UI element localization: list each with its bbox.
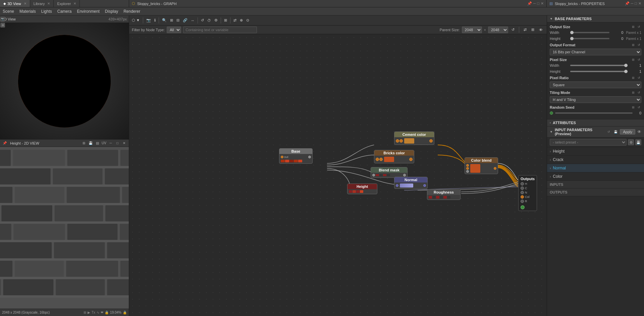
tab-explorer-close[interactable]: ✕ — [73, 2, 76, 5]
node-height[interactable]: Height — [347, 183, 377, 194]
output-format-icon1[interactable]: ⊞ — [631, 43, 636, 47]
node-bricks-color[interactable]: Bricks color — [374, 150, 414, 163]
props-pin-icon[interactable]: 📌 — [625, 1, 630, 6]
preset-select[interactable]: - select preset - — [550, 139, 627, 146]
toolbar-nodes-icon[interactable]: ⊙ — [245, 17, 251, 24]
preset-save-icon[interactable]: 💾 — [635, 139, 641, 145]
output-item-normal[interactable]: › Normal — [547, 164, 644, 172]
toolbar-expand-icon[interactable]: ⊞ — [530, 26, 536, 34]
pixel-height-slider[interactable] — [570, 71, 628, 72]
toolbar-settings-icon[interactable]: ⚙ — [213, 17, 219, 24]
toolbar-link2-icon[interactable]: ⇄ — [522, 26, 528, 34]
toolbar-substance-icon[interactable]: ⬡ ▼ — [130, 17, 141, 24]
tiling-mode-icon2[interactable]: ↺ — [637, 90, 641, 95]
node-color-blend[interactable]: Color blend — [465, 157, 498, 174]
attributes-header[interactable]: › ATTRIBUTES — [547, 119, 644, 126]
output-height-slider[interactable] — [570, 38, 609, 39]
pixel-ratio-icon2[interactable]: ↺ — [637, 75, 641, 80]
visibility-icon[interactable]: 👁 — [637, 129, 641, 134]
status-icon1[interactable]: ⊞ — [84, 311, 86, 314]
props-close-icon[interactable]: ✕ — [638, 1, 641, 6]
toolbar-grid-icon[interactable]: ⊟ — [175, 17, 181, 24]
status-icon2[interactable]: ▶ — [88, 311, 90, 314]
graph-minimize-icon[interactable]: ─ — [533, 1, 536, 6]
graph-close-icon[interactable]: ✕ — [541, 1, 544, 6]
toolbar-info-icon[interactable]: ℹ — [153, 17, 157, 24]
node-roughness[interactable]: Roughness — [427, 189, 461, 200]
toolbar-refresh-icon[interactable]: ↺ — [510, 26, 516, 34]
toolbar-camera-icon[interactable]: 📷 — [145, 17, 152, 24]
output-width-slider[interactable] — [570, 32, 609, 33]
node-outputs[interactable]: Outputs H C N — [518, 175, 537, 211]
toolbar-fit-icon[interactable]: ⊞ — [169, 17, 174, 24]
toolbar-timer-icon[interactable]: ⏱ — [206, 17, 212, 24]
zoom-lock-icon[interactable]: 🔒 — [123, 311, 127, 314]
pixel-size-icon1[interactable]: ⊞ — [631, 57, 636, 62]
toolbar-align-icon[interactable]: ⇄ — [232, 17, 238, 24]
view-2d-icon1[interactable]: ⊞ — [81, 141, 87, 146]
pixel-width-slider[interactable] — [570, 65, 628, 66]
menu-scene[interactable]: Scene — [3, 9, 14, 14]
node-blend-mask[interactable]: Blend mask — [371, 167, 408, 178]
input-params-header[interactable]: ▼ INPUT PARAMETERS (Preview) ↺ 💾 Apply 👁 — [547, 126, 644, 138]
menu-lights[interactable]: Lights — [41, 9, 52, 14]
random-seed-icon1[interactable]: ⊞ — [631, 105, 636, 110]
node-cement-color[interactable]: Cement color — [394, 131, 434, 145]
node-base[interactable]: Base out — [279, 148, 313, 164]
graph-canvas[interactable]: Base out — [129, 34, 547, 316]
output-item-height[interactable]: › Height — [547, 147, 644, 156]
menu-environment[interactable]: Environment — [77, 9, 99, 14]
status-icon4[interactable]: ∿ — [97, 311, 99, 314]
tab-library[interactable]: Library ✕ — [30, 0, 54, 7]
graph-pin-icon[interactable]: 📌 — [527, 1, 532, 6]
output-format-icon2[interactable]: ↺ — [637, 43, 641, 47]
view-2d-icon4[interactable]: UV — [101, 141, 107, 146]
parent-size-select2[interactable]: 2048 — [488, 27, 508, 33]
tab-3d-view[interactable]: ◆ 3D View ✕ — [0, 0, 30, 7]
toolbar-search-icon[interactable]: 🔍 — [161, 17, 168, 24]
preset-settings-icon[interactable]: ⚙ — [628, 139, 634, 145]
graph-maximize-icon[interactable]: □ — [537, 1, 539, 6]
tiling-mode-icon1[interactable]: ⊞ — [631, 90, 636, 95]
toolbar-grid2-icon[interactable]: ⊞ — [223, 17, 228, 24]
menu-materials[interactable]: Materials — [19, 9, 36, 14]
tab-3d-view-close[interactable]: ✕ — [24, 2, 26, 5]
random-seed-icon2[interactable]: ↺ — [637, 105, 641, 110]
menu-display[interactable]: Display — [105, 9, 118, 14]
tab-library-close[interactable]: ✕ — [47, 2, 50, 5]
status-icon3[interactable]: Tx — [92, 311, 95, 314]
view-2d-icon2[interactable]: 💾 — [88, 141, 93, 146]
input-params-icon1[interactable]: ↺ — [606, 129, 611, 134]
sidebar-icon-camera[interactable]: 📷 — [0, 17, 5, 21]
base-params-header[interactable]: ▼ BASE PARAMETERS — [547, 15, 644, 22]
output-item-crack[interactable]: › Crack — [547, 156, 644, 164]
pixel-size-icon2[interactable]: ↺ — [637, 57, 641, 62]
tiling-mode-select[interactable]: H and V Tiling — [550, 96, 641, 103]
toolbar-arrow-icon[interactable]: ↔ — [190, 17, 196, 24]
input-params-icon2[interactable]: 💾 — [613, 129, 618, 134]
filter-type-select[interactable]: All — [167, 27, 181, 33]
output-format-select[interactable]: 16 Bits per Channel — [550, 49, 641, 55]
sidebar-icon-settings[interactable]: ⚙ — [0, 23, 5, 28]
output-size-icon1[interactable]: ⊞ — [631, 24, 636, 29]
tab-explorer[interactable]: Explorer ✕ — [54, 0, 80, 7]
menu-camera[interactable]: Camera — [57, 9, 72, 14]
random-seed-slider[interactable] — [555, 112, 633, 114]
node-normal[interactable]: Normal — [394, 177, 428, 189]
props-maximize-icon[interactable]: □ — [635, 1, 637, 6]
pixel-ratio-select[interactable]: Square — [550, 82, 641, 88]
apply-button[interactable]: Apply — [620, 129, 635, 135]
view-2d-icon3[interactable]: ▤ — [95, 141, 100, 146]
filter-text-input[interactable] — [183, 27, 257, 33]
status-icon5[interactable]: ❤ — [101, 311, 103, 314]
props-minimize-icon[interactable]: ─ — [631, 1, 634, 6]
view-2d-minimize[interactable]: ─ — [108, 141, 113, 146]
random-seed-dot[interactable] — [550, 111, 553, 115]
toolbar-eye-icon[interactable]: 👁 — [538, 26, 544, 34]
menu-renderer[interactable]: Renderer — [123, 9, 140, 14]
toolbar-rotate-icon[interactable]: ↺ — [200, 17, 205, 24]
status-icon6[interactable]: 🔒 — [105, 311, 109, 314]
view-2d-pin-icon[interactable]: 📌 — [2, 141, 7, 146]
output-size-icon2[interactable]: ↺ — [637, 24, 641, 29]
toolbar-link-icon[interactable]: 🔗 — [181, 17, 189, 24]
